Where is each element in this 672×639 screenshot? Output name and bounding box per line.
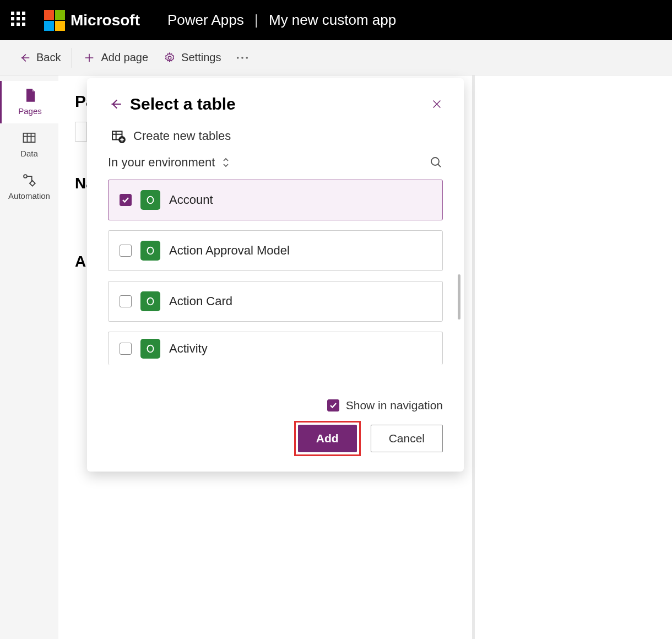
more-horizontal-icon [236,56,248,59]
table-row[interactable]: Action Approval Model [108,230,443,271]
breadcrumb: Power Apps | My new custom app [167,12,396,29]
checkbox[interactable] [327,399,339,411]
checkbox[interactable] [120,295,132,307]
table-name: Activity [169,342,208,356]
flow-icon [21,172,37,188]
checkbox[interactable] [120,245,132,257]
rail-label: Pages [18,106,42,116]
product-name[interactable]: Power Apps [167,12,244,28]
show-in-navigation-label: Show in navigation [346,399,443,412]
cancel-button[interactable]: Cancel [371,425,443,452]
rail-label: Automation [8,191,50,201]
settings-button[interactable]: Settings [156,47,229,68]
svg-point-9 [431,158,439,165]
create-new-tables-button[interactable]: Create new tables [111,129,443,143]
scope-label: In your environment [108,155,215,170]
rail-item-pages[interactable]: Pages [0,81,58,123]
scrollbar[interactable] [458,274,460,320]
add-page-label: Add page [101,51,148,64]
scope-dropdown[interactable]: In your environment [108,155,230,170]
plus-icon [83,52,95,64]
table-row[interactable]: Action Card [108,281,443,322]
dialog-back-button[interactable] [108,97,122,111]
add-button[interactable]: Add [298,425,357,452]
app-launcher-icon[interactable] [11,12,29,29]
dataverse-table-icon [140,339,160,359]
rail-item-automation[interactable]: Automation [0,166,58,208]
dialog-close-button[interactable] [431,98,443,110]
table-row[interactable]: Activity [108,332,443,365]
checkbox[interactable] [120,194,132,206]
create-new-tables-label: Create new tables [133,129,231,143]
page-icon [23,88,38,103]
table-name: Action Approval Model [169,243,290,258]
back-button[interactable]: Back [11,47,68,68]
settings-label: Settings [181,51,221,64]
checkbox[interactable] [120,343,132,355]
brand-name: Microsoft [71,12,140,29]
svg-point-3 [246,57,248,59]
add-button-label: Add [316,432,339,445]
arrow-left-icon [19,52,31,64]
search-box-partial[interactable] [75,122,87,142]
svg-point-1 [237,57,239,59]
back-label: Back [36,51,61,64]
app-canvas [475,75,672,639]
dialog-title: Select a table [130,95,431,113]
rail-item-data[interactable]: Data [0,123,58,166]
gear-icon [164,52,176,64]
app-header: Microsoft Power Apps | My new custom app [0,0,672,40]
more-button[interactable] [229,52,256,64]
table-name: Account [169,193,213,207]
breadcrumb-separator: | [254,12,258,28]
svg-point-0 [168,56,171,59]
svg-rect-6 [30,181,35,186]
left-nav-rail: Pages Data Automation [0,75,58,639]
app-name[interactable]: My new custom app [269,12,396,28]
table-icon [21,130,37,145]
rail-label: Data [20,149,38,158]
dataverse-table-icon [140,291,160,311]
sort-icon [221,157,230,168]
add-button-highlight: Add [294,421,361,456]
microsoft-logo-icon [44,10,65,31]
table-name: Action Card [169,294,232,308]
dataverse-table-icon [140,190,160,210]
add-page-button[interactable]: Add page [75,47,156,68]
search-button[interactable] [430,156,443,169]
separator [72,48,72,68]
table-row[interactable]: Account [108,180,443,220]
svg-point-2 [242,57,244,59]
cancel-button-label: Cancel [389,432,425,445]
select-table-dialog: Select a table Create new tables In your… [87,78,464,472]
svg-point-5 [24,175,27,178]
table-list: Account Action Approval Model Action Car… [108,180,443,394]
svg-rect-4 [24,133,35,142]
dataverse-table-icon [140,241,160,261]
command-bar: Back Add page Settings [0,40,672,75]
table-add-icon [111,129,126,143]
show-in-navigation-option[interactable]: Show in navigation [327,399,443,412]
